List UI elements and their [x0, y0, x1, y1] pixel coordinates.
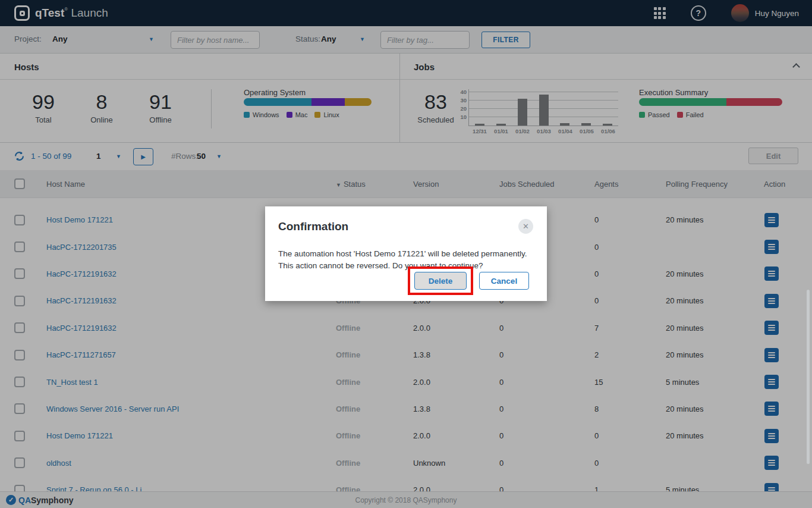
annotation-highlight-box: Delete [408, 266, 473, 295]
cancel-button[interactable]: Cancel [479, 272, 529, 290]
dialog-actions: Delete Cancel [408, 266, 529, 295]
dialog-message-line1: The automation host 'Host Demo 171221' w… [278, 248, 534, 260]
vertical-scrollbar[interactable] [807, 290, 810, 464]
dialog-title: Confirmation [278, 220, 348, 233]
delete-button[interactable]: Delete [414, 272, 467, 290]
close-icon[interactable]: ✕ [518, 219, 533, 234]
qtest-launch-app: qTest® Launch ? Huy Nguyen Project: Any … [0, 0, 812, 508]
confirmation-dialog: Confirmation ✕ The automation host 'Host… [265, 206, 547, 301]
